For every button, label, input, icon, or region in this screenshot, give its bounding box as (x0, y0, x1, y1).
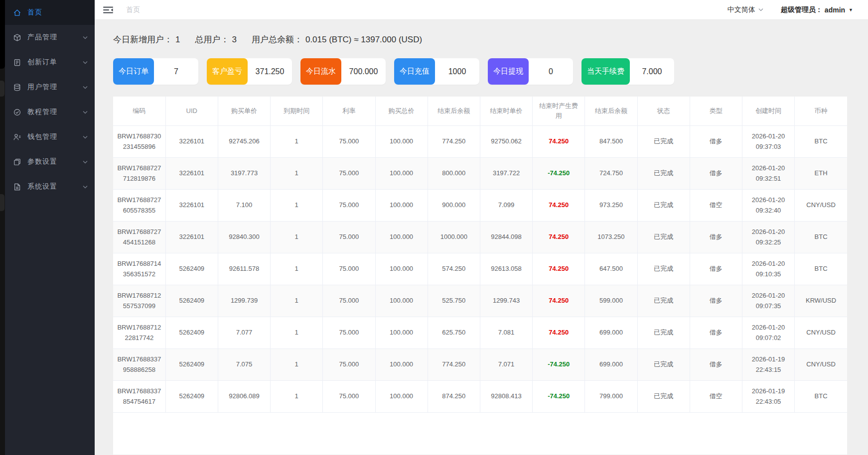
column-header: 结束时单价 (480, 97, 532, 125)
cell-end-fee: -74.250 (533, 380, 585, 412)
cell-balance-after: 774.250 (428, 125, 480, 157)
cell-buy-price: 3197.773 (218, 157, 270, 189)
breadcrumb[interactable]: 首页 (126, 5, 140, 14)
sidebar-collapse-icon[interactable] (103, 5, 114, 14)
cell-uid: 3226101 (165, 157, 218, 189)
cell-status: 已完成 (637, 253, 690, 285)
created-date: 2026-01-19 (745, 354, 791, 364)
dashboard-content: 今日新增用户： 1 总用户： 3 用户总余额： 0.015 (BTC) ≈ 13… (95, 20, 868, 455)
cell-end-balance: 724.750 (585, 157, 637, 189)
column-header: 状态 (637, 97, 690, 125)
cell-coin: BTC (795, 380, 847, 412)
cell-end-price: 92750.062 (480, 125, 532, 157)
created-time: 09:07:02 (745, 333, 791, 343)
sidebar-item-label: 创新订单 (27, 58, 83, 67)
cell-buy-price: 7.077 (218, 317, 270, 348)
product-icon (13, 33, 21, 42)
order-row: BRW17688727712819876 3226101 3197.773 1 … (113, 157, 847, 189)
cell-buy-price: 92806.089 (218, 380, 270, 412)
sidebar-item[interactable]: 创新订单 (5, 50, 95, 75)
cell-buy-price: 92840.300 (218, 221, 270, 253)
column-header: 结束后余额 (585, 97, 637, 125)
order-row: BRW17688712557537099 5262409 1299.739 1 … (113, 285, 847, 317)
cell-code: BRW17688727454151268 (113, 221, 165, 253)
edge-tab (0, 0, 5, 69)
stat-card: 今日充值 1000 (394, 58, 479, 85)
order-row: BRW1768871222817742 5262409 7.077 1 75.0… (113, 317, 847, 348)
cell-end-balance: 973.250 (585, 189, 637, 221)
admin-dropdown[interactable]: 超级管理员： admin ▼ (781, 5, 853, 14)
cell-end-balance: 647.500 (585, 253, 637, 285)
order-row: BRW17688727454151268 3226101 92840.300 1… (113, 221, 847, 253)
cell-created: 2026-01-20 09:32:51 (742, 157, 794, 189)
cell-status: 已完成 (637, 189, 690, 221)
cell-expire-time: 1 (271, 348, 323, 380)
sidebar-item-label: 产品管理 (27, 33, 83, 42)
sidebar-item[interactable]: 用户管理 (5, 75, 95, 100)
cell-buy-total: 100.000 (375, 348, 428, 380)
orders-table-head: 编码UID购买单价到期时间利率购买总价结束后余额结束时单价结束时产生费用结束后余… (113, 97, 847, 125)
cell-created: 2026-01-19 22:43:05 (742, 380, 794, 412)
cell-status: 已完成 (637, 221, 690, 253)
cell-balance-after: 574.250 (428, 253, 480, 285)
cell-balance-after: 800.000 (428, 157, 480, 189)
cell-end-fee: 74.250 (533, 253, 585, 285)
sidebar-item[interactable]: 参数设置 (5, 149, 95, 174)
cell-end-fee: 74.250 (533, 285, 585, 317)
sidebar-item[interactable]: 产品管理 (5, 25, 95, 50)
cell-status: 已完成 (637, 348, 690, 380)
params-icon (13, 158, 21, 166)
stat-card: 今日提现 0 (488, 58, 573, 85)
cell-end-fee: -74.250 (533, 157, 585, 189)
cell-expire-time: 1 (271, 221, 323, 253)
cell-rate: 75.000 (323, 285, 375, 317)
cell-end-balance: 1073.250 (585, 221, 637, 253)
summary-stat: 用户总余额： 0.015 (BTC) ≈ 1397.000 (USD) (252, 34, 422, 45)
chevron-down-icon (83, 185, 88, 189)
cell-end-price: 92613.058 (480, 253, 532, 285)
chevron-down-icon (758, 8, 764, 11)
cell-buy-price: 7.075 (218, 348, 270, 380)
cell-rate: 75.000 (323, 189, 375, 221)
cell-status: 已完成 (637, 380, 690, 412)
order-row: BRW17688337958886258 5262409 7.075 1 75.… (113, 348, 847, 380)
cell-end-price: 92808.413 (480, 380, 532, 412)
cell-balance-after: 525.750 (428, 285, 480, 317)
sidebar-item[interactable]: 教程管理 (5, 100, 95, 124)
language-selector[interactable]: 中文简体 (727, 5, 764, 14)
cell-end-price: 7.081 (480, 317, 532, 348)
cell-created: 2026-01-20 09:32:40 (742, 189, 794, 221)
chevron-down-icon (83, 160, 88, 164)
cell-code: BRW1768871222817742 (113, 317, 165, 348)
cell-end-balance: 599.000 (585, 285, 637, 317)
created-time: 09:10:35 (745, 269, 791, 279)
sidebar-item[interactable]: 系统设置 (5, 174, 95, 199)
cell-code: BRW17688727605578355 (113, 189, 165, 221)
stat-card: 今日流水 700.000 (300, 58, 386, 85)
order-row: BRW17688727605578355 3226101 7.100 1 75.… (113, 189, 847, 221)
language-label: 中文简体 (727, 5, 755, 14)
column-header: 购买总价 (375, 97, 428, 125)
sidebar-item[interactable]: 钱包管理 (5, 124, 95, 149)
cell-code: BRW17688337958886258 (113, 348, 165, 380)
cell-created: 2026-01-20 09:37:03 (742, 125, 794, 157)
cell-status: 已完成 (637, 125, 690, 157)
cell-expire-time: 1 (271, 125, 323, 157)
sidebar-item-label: 教程管理 (27, 108, 83, 116)
summary-stats: 今日新增用户： 1 总用户： 3 用户总余额： 0.015 (BTC) ≈ 13… (113, 34, 847, 45)
sidebar-item-label: 用户管理 (27, 83, 83, 92)
created-date: 2026-01-20 (745, 322, 791, 333)
sidebar-item[interactable]: 首页 (5, 0, 95, 25)
cell-buy-total: 100.000 (375, 285, 428, 317)
summary-stat-value: 0.015 (BTC) ≈ 1397.000 (USD) (305, 35, 422, 45)
edge-tab (0, 194, 4, 211)
system-icon (13, 183, 21, 191)
cell-end-price: 92844.098 (480, 221, 532, 253)
stat-card: 当天手续费 7.000 (581, 58, 674, 85)
chevron-down-icon (83, 86, 88, 89)
cell-end-balance: 847.500 (585, 125, 637, 157)
cell-balance-after: 900.000 (428, 189, 480, 221)
cell-code: BRW17688727712819876 (113, 157, 165, 189)
cell-rate: 75.000 (323, 348, 375, 380)
admin-username: admin (825, 6, 845, 14)
